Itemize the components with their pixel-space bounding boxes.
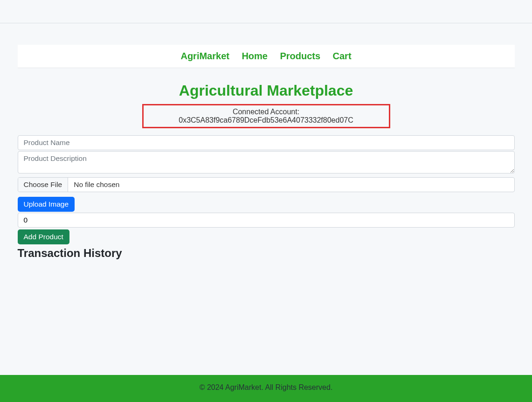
transaction-history-heading: Transaction History <box>18 247 515 260</box>
top-bar <box>0 0 532 23</box>
page-title: Agricultural Marketplace <box>18 82 515 99</box>
product-description-input[interactable] <box>18 151 515 173</box>
connected-account-address: 0x3C5A83f9ca6789DceFdb53e6A4073332f80ed0… <box>179 116 353 124</box>
product-name-input[interactable] <box>18 135 515 150</box>
product-price-input[interactable] <box>18 213 515 228</box>
nav-link-products[interactable]: Products <box>280 51 320 62</box>
product-form: Choose File No file chosen Upload Image … <box>18 135 515 260</box>
nav-link-cart[interactable]: Cart <box>333 51 352 62</box>
footer-text: © 2024 AgriMarket. All Rights Reserved. <box>0 383 532 392</box>
file-status-text: No file chosen <box>68 178 514 192</box>
upload-image-button[interactable]: Upload Image <box>18 197 75 212</box>
navbar: AgriMarket Home Products Cart <box>18 45 515 68</box>
choose-file-button[interactable]: Choose File <box>18 178 69 192</box>
connected-account-box: Connected Account: 0x3C5A83f9ca6789DceFd… <box>142 104 390 128</box>
nav-link-home[interactable]: Home <box>242 51 268 62</box>
nav-brand[interactable]: AgriMarket <box>180 51 229 62</box>
file-input-row: Choose File No file chosen <box>18 177 515 192</box>
footer: © 2024 AgriMarket. All Rights Reserved. <box>0 375 532 402</box>
connected-account-label: Connected Account: <box>233 108 299 116</box>
add-product-button[interactable]: Add Product <box>18 229 69 244</box>
main-container: AgriMarket Home Products Cart Agricultur… <box>18 23 515 375</box>
